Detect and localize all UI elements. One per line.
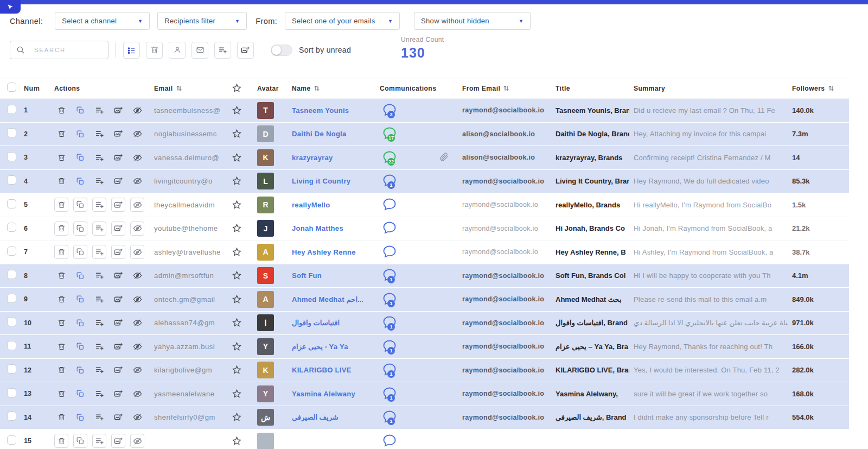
avatar[interactable]: D [257,125,274,142]
star-button[interactable] [232,176,242,186]
hide-button[interactable] [130,387,144,401]
communications-bubble[interactable]: 22 [382,150,398,165]
star-button[interactable] [232,412,242,422]
row-checkbox[interactable] [7,341,16,350]
copy-button[interactable] [73,222,87,236]
delete-button[interactable] [54,150,68,165]
row-checkbox[interactable] [7,152,16,161]
hide-button[interactable] [130,103,144,117]
communications-bubble[interactable]: 1 [382,174,398,188]
playlist-add-button[interactable] [214,42,231,59]
star-button[interactable] [232,270,242,281]
playlist-add-button[interactable] [92,103,106,117]
star-button[interactable] [232,153,242,163]
image-add-button[interactable] [111,198,125,212]
hide-button[interactable] [130,316,144,330]
avatar[interactable]: R [257,197,274,213]
extension-cursor-icon[interactable] [0,0,21,14]
delete-button[interactable] [54,269,68,283]
name-link[interactable]: krazyrayray [288,154,375,162]
delete-button[interactable] [54,410,68,425]
playlist-add-button[interactable] [92,363,106,377]
image-add-button[interactable] [111,292,125,306]
image-add-button[interactable] [111,222,125,236]
copy-button[interactable] [73,103,87,117]
avatar[interactable]: ا [257,314,274,331]
row-checkbox[interactable] [7,435,16,445]
row-checkbox[interactable] [7,317,16,326]
header-from-email[interactable]: From Email [458,85,551,92]
hide-button[interactable] [130,339,144,353]
copy-button[interactable] [73,269,87,283]
delete-button[interactable] [54,222,68,236]
mail-button[interactable] [192,42,208,59]
name-link[interactable]: Hey Ashley Renne [288,248,375,256]
header-followers[interactable]: Followers [788,85,849,92]
avatar[interactable]: ش [257,409,274,426]
delete-button[interactable] [54,245,68,259]
row-checkbox[interactable] [7,364,16,374]
delete-button[interactable] [54,127,68,141]
copy-button[interactable] [73,198,87,212]
hide-button[interactable] [130,222,144,236]
name-link[interactable]: Jonah Matthes [288,224,375,232]
row-checkbox[interactable] [7,223,16,232]
image-add-button[interactable] [111,363,125,377]
copy-button[interactable] [73,292,87,306]
playlist-add-button[interactable] [92,316,106,330]
name-link[interactable]: Soft Fun [288,271,375,280]
image-add-button[interactable] [111,387,125,401]
playlist-add-button[interactable] [92,127,106,141]
delete-button[interactable] [54,316,68,330]
delete-button[interactable] [54,103,68,117]
recipients-filter-select[interactable]: Recipients filter ▼ [157,12,247,30]
playlist-add-button[interactable] [92,292,106,306]
image-add-button[interactable] [111,269,125,283]
star-button[interactable] [232,389,242,399]
hide-button[interactable] [130,174,144,188]
playlist-add-button[interactable] [92,222,106,236]
hidden-filter-select[interactable]: Show without hidden ▼ [414,12,531,30]
star-button[interactable] [232,436,242,446]
image-add-button[interactable] [237,42,254,59]
delete-button[interactable] [54,292,68,306]
avatar[interactable]: K [257,362,274,378]
communications-bubble[interactable]: 1 [382,339,398,354]
name-link[interactable]: اقتباسات واقوال [288,319,375,327]
avatar[interactable]: L [257,173,274,189]
communications-bubble[interactable]: 3 [382,103,398,118]
star-button[interactable] [232,318,242,328]
bulk-delete-button[interactable] [146,42,163,59]
hide-button[interactable] [130,410,144,425]
avatar[interactable] [257,433,274,449]
row-checkbox[interactable] [7,128,16,137]
name-link[interactable]: Tasneem Younis [288,106,375,115]
hide-button[interactable] [130,363,144,377]
communications-bubble[interactable]: 1 [382,363,398,377]
name-link[interactable]: يحيى عزام - Ya Ya [288,343,375,351]
copy-button[interactable] [73,434,87,448]
header-email[interactable]: Email [150,85,226,92]
channel-select[interactable]: Select a channel ▼ [55,12,150,30]
playlist-add-button[interactable] [92,339,106,353]
hide-button[interactable] [130,150,144,165]
image-add-button[interactable] [111,245,125,259]
delete-button[interactable] [54,174,68,188]
image-add-button[interactable] [111,410,125,425]
playlist-add-button[interactable] [92,387,106,401]
copy-button[interactable] [73,150,87,165]
playlist-add-button[interactable] [92,269,106,283]
hide-button[interactable] [130,269,144,283]
communications-bubble[interactable] [382,221,398,236]
star-button[interactable] [232,342,242,352]
star-button[interactable] [232,129,242,139]
image-add-button[interactable] [111,434,125,448]
hide-button[interactable] [130,292,144,306]
image-add-button[interactable] [111,103,125,117]
star-button[interactable] [232,247,242,257]
avatar[interactable]: T [257,102,274,119]
communications-bubble[interactable] [382,198,398,212]
communications-bubble[interactable]: 1 [382,387,398,401]
name-link[interactable]: reallyMello [288,201,375,209]
row-checkbox[interactable] [7,199,16,208]
